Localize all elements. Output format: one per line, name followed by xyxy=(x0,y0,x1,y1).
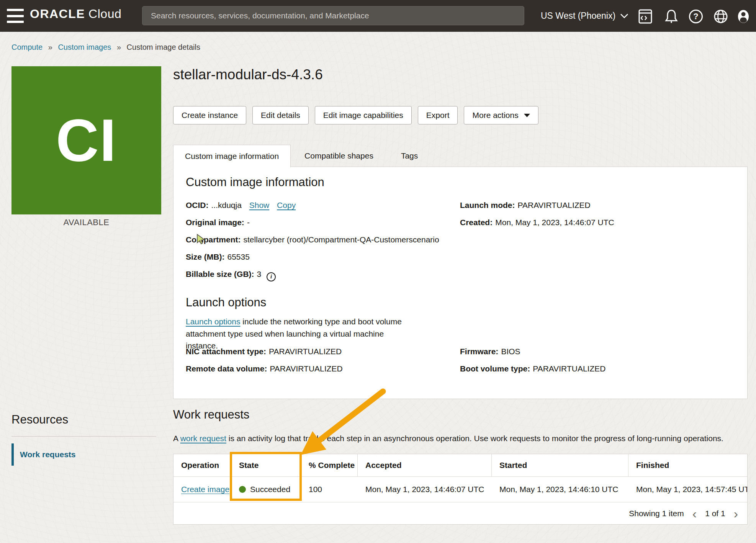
info-section-heading: Custom image information xyxy=(186,175,324,189)
col-header-finished[interactable]: Finished xyxy=(628,454,747,476)
created-label: Created: xyxy=(460,218,493,227)
pager-next-icon[interactable]: › xyxy=(733,507,739,520)
showing-items-label: Showing 1 item xyxy=(629,509,684,518)
page-title: stellar-modular-ds-4.3.6 xyxy=(173,67,323,83)
cloud-shell-icon[interactable] xyxy=(637,8,653,25)
breadcrumb-current: Custom image details xyxy=(127,43,200,51)
pager-prev-icon[interactable]: ‹ xyxy=(692,507,697,520)
complete-cell: 100 xyxy=(301,485,358,494)
caret-down-icon xyxy=(524,114,530,117)
col-header-state[interactable]: State xyxy=(231,454,301,476)
image-initials: CI xyxy=(56,106,117,175)
col-header-started[interactable]: Started xyxy=(492,454,628,476)
info-icon[interactable]: i xyxy=(267,272,276,281)
tab-custom-image-information[interactable]: Custom image information xyxy=(173,145,291,167)
size-mb-field: Size (MB):65535 xyxy=(186,252,250,262)
ocid-label: OCID: xyxy=(186,201,209,209)
custom-image-thumbnail: CI xyxy=(11,66,161,214)
firmware-label: Firmware: xyxy=(460,347,498,356)
launch-options-description: Launch options include the networking ty… xyxy=(186,316,412,352)
created-field: Created:Mon, May 1, 2023, 14:46:07 UTC xyxy=(460,218,614,227)
work-requests-table: Operation State % Complete Accepted Star… xyxy=(173,454,748,525)
notifications-icon[interactable] xyxy=(663,8,679,25)
sidebar-item-label: Work requests xyxy=(20,450,76,459)
action-buttons: Create instance Edit details Edit image … xyxy=(173,106,538,124)
work-request-link[interactable]: work request xyxy=(180,434,226,443)
breadcrumb-separator-icon: » xyxy=(117,43,121,51)
breadcrumb-custom-images[interactable]: Custom images xyxy=(58,43,111,51)
launch-mode-field: Launch mode:PARAVIRTUALIZED xyxy=(460,201,591,210)
table-footer: Showing 1 item ‹ 1 of 1 › xyxy=(173,502,747,524)
active-item-bar xyxy=(11,443,14,466)
nic-attachment-field: NIC attachment type:PARAVIRTUALIZED xyxy=(186,347,342,356)
resources-divider xyxy=(11,436,156,437)
ocid-value: ...kduqja xyxy=(211,201,242,209)
started-cell: Mon, May 1, 2023, 14:46:10 UTC xyxy=(492,485,628,494)
state-value: Succeeded xyxy=(250,485,290,494)
firmware-value: BIOS xyxy=(501,347,520,356)
language-globe-icon[interactable] xyxy=(713,8,729,25)
ocid-field: OCID:...kduqja Show Copy xyxy=(186,201,296,210)
brand-oracle: ORACLE xyxy=(30,7,85,21)
help-glyph: ? xyxy=(689,10,703,23)
sidebar-item-work-requests[interactable]: Work requests xyxy=(11,443,76,466)
compartment-field: Compartment:stellarcyber (root)/Compartm… xyxy=(186,235,439,244)
firmware-field: Firmware:BIOS xyxy=(460,347,520,356)
col-header-complete[interactable]: % Complete xyxy=(301,454,358,476)
more-actions-button[interactable]: More actions xyxy=(464,106,538,124)
remote-data-volume-field: Remote data volume:PARAVIRTUALIZED xyxy=(186,364,343,373)
edit-image-capabilities-button[interactable]: Edit image capabilities xyxy=(315,106,412,124)
remote-data-volume-label: Remote data volume: xyxy=(186,364,267,373)
breadcrumb-separator-icon: » xyxy=(48,43,52,51)
search-input[interactable] xyxy=(142,6,524,25)
breadcrumb: Compute » Custom images » Custom image d… xyxy=(11,43,200,52)
table-row: Create image Succeeded 100 Mon, May 1, 2… xyxy=(173,476,747,502)
work-requests-description: A work request is an activity log that t… xyxy=(173,434,744,443)
launch-options-heading: Launch options xyxy=(186,296,266,309)
work-requests-heading: Work requests xyxy=(173,408,249,422)
edit-details-button[interactable]: Edit details xyxy=(252,106,309,124)
table-header-row: Operation State % Complete Accepted Star… xyxy=(173,454,747,476)
size-mb-label: Size (MB): xyxy=(186,252,225,261)
brand-cloud: Cloud xyxy=(88,7,121,21)
launch-options-link[interactable]: Launch options xyxy=(186,317,240,326)
oracle-cloud-logo[interactable]: ORACLECloud xyxy=(30,7,121,21)
detail-tabs: Custom image information Compatible shap… xyxy=(173,145,432,167)
remote-data-volume-value: PARAVIRTUALIZED xyxy=(270,364,342,373)
region-label: US West (Phoenix) xyxy=(541,11,615,21)
user-avatar-icon[interactable] xyxy=(735,8,751,25)
compartment-value: stellarcyber (root)/Compartment-QA-Custo… xyxy=(244,235,439,244)
original-image-label: Original image: xyxy=(186,218,244,227)
boot-volume-type-label: Boot volume type: xyxy=(460,364,530,373)
finished-cell: Mon, May 1, 2023, 14:57:45 UTC xyxy=(628,485,747,494)
tab-compatible-shapes[interactable]: Compatible shapes xyxy=(291,145,387,167)
billable-size-field: Billable size (GB):3 i xyxy=(186,270,276,281)
col-header-operation[interactable]: Operation xyxy=(173,454,231,476)
col-header-accepted[interactable]: Accepted xyxy=(358,454,492,476)
state-cell: Succeeded xyxy=(231,485,301,494)
hamburger-menu-icon[interactable] xyxy=(6,8,25,24)
work-requests-desc-prefix: A xyxy=(173,434,180,443)
create-image-link[interactable]: Create image xyxy=(181,485,229,494)
boot-volume-type-field: Boot volume type:PARAVIRTUALIZED xyxy=(460,364,605,373)
breadcrumb-compute[interactable]: Compute xyxy=(11,43,43,51)
create-instance-button[interactable]: Create instance xyxy=(173,106,246,124)
tab-tags[interactable]: Tags xyxy=(387,145,432,167)
topbar: ORACLECloud US West (Phoenix) ? xyxy=(0,0,756,32)
nic-attachment-value: PARAVIRTUALIZED xyxy=(269,347,342,356)
work-requests-desc-text: is an activity log that tracks each step… xyxy=(226,434,723,443)
original-image-value: - xyxy=(247,218,250,227)
custom-image-information-panel: Custom image information OCID:...kduqja … xyxy=(173,167,748,399)
original-image-field: Original image:- xyxy=(186,218,250,227)
ocid-copy-link[interactable]: Copy xyxy=(277,201,296,209)
accepted-cell: Mon, May 1, 2023, 14:46:07 UTC xyxy=(358,485,492,494)
launch-mode-value: PARAVIRTUALIZED xyxy=(518,201,591,209)
help-icon[interactable]: ? xyxy=(688,8,704,25)
export-button[interactable]: Export xyxy=(418,106,458,124)
region-selector[interactable]: US West (Phoenix) xyxy=(541,0,628,32)
billable-size-label: Billable size (GB): xyxy=(186,270,254,278)
launch-mode-label: Launch mode: xyxy=(460,201,515,209)
boot-volume-type-value: PARAVIRTUALIZED xyxy=(533,364,605,373)
status-dot-icon xyxy=(239,486,246,493)
ocid-show-link[interactable]: Show xyxy=(249,201,270,209)
